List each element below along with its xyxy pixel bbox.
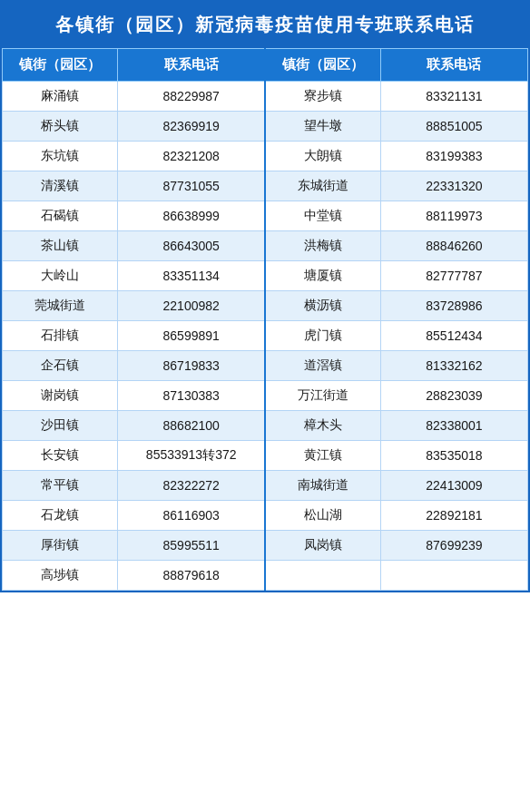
left-name: 大岭山	[3, 261, 118, 291]
left-name: 石排镇	[3, 321, 118, 351]
left-name: 厚街镇	[3, 531, 118, 561]
right-name: 松山湖	[265, 501, 380, 531]
left-phone: 22100982	[118, 291, 265, 321]
main-container: 各镇街（园区）新冠病毒疫苗使用专班联系电话 镇街（园区） 联系电话 镇街（园区）…	[0, 0, 530, 592]
right-phone: 82338001	[380, 411, 527, 441]
right-name: 虎门镇	[265, 321, 380, 351]
right-name: 横沥镇	[265, 291, 380, 321]
left-phone: 83351134	[118, 261, 265, 291]
left-name: 石龙镇	[3, 501, 118, 531]
left-name: 桥头镇	[3, 112, 118, 142]
left-phone: 86638999	[118, 201, 265, 231]
table-row: 东坑镇82321208大朗镇83199383	[3, 142, 528, 171]
left-phone: 86719833	[118, 351, 265, 381]
right-phone: 22331320	[380, 171, 527, 201]
right-phone: 87699239	[380, 531, 527, 561]
left-name: 沙田镇	[3, 411, 118, 441]
right-name: 中堂镇	[265, 201, 380, 231]
right-name: 樟木头	[265, 411, 380, 441]
right-phone: 22892181	[380, 501, 527, 531]
header-col4: 联系电话	[380, 49, 527, 82]
left-phone: 86116903	[118, 501, 265, 531]
table-row: 石碣镇86638999中堂镇88119973	[3, 201, 528, 231]
left-name: 茶山镇	[3, 231, 118, 261]
left-phone: 82321208	[118, 142, 265, 171]
table-row: 石龙镇86116903松山湖22892181	[3, 501, 528, 531]
right-name: 东城街道	[265, 171, 380, 201]
header-col3: 镇街（园区）	[265, 49, 380, 82]
right-phone: 83199383	[380, 142, 527, 171]
right-phone: 28823039	[380, 381, 527, 411]
right-name: 洪梅镇	[265, 231, 380, 261]
left-phone: 85533913转372	[118, 441, 265, 471]
left-name: 麻涌镇	[3, 82, 118, 112]
right-phone: 82777787	[380, 261, 527, 291]
contacts-table: 镇街（园区） 联系电话 镇街（园区） 联系电话 麻涌镇88229987寮步镇83…	[2, 48, 528, 591]
table-row: 高埗镇88879618	[3, 561, 528, 591]
left-name: 东坑镇	[3, 142, 118, 171]
right-name: 大朗镇	[265, 142, 380, 171]
right-name: 黄江镇	[265, 441, 380, 471]
right-phone: 88119973	[380, 201, 527, 231]
left-phone: 86643005	[118, 231, 265, 261]
table-row: 石排镇86599891虎门镇85512434	[3, 321, 528, 351]
left-phone: 87130383	[118, 381, 265, 411]
table-header-row: 镇街（园区） 联系电话 镇街（园区） 联系电话	[3, 49, 528, 82]
left-name: 谢岗镇	[3, 381, 118, 411]
right-name: 南城街道	[265, 471, 380, 501]
table-body: 麻涌镇88229987寮步镇83321131桥头镇82369919望牛墩8885…	[3, 82, 528, 591]
table-row: 桥头镇82369919望牛墩88851005	[3, 112, 528, 142]
right-name: 凤岗镇	[265, 531, 380, 561]
right-phone: 85512434	[380, 321, 527, 351]
left-phone: 88682100	[118, 411, 265, 441]
table-row: 清溪镇87731055东城街道22331320	[3, 171, 528, 201]
left-phone: 85995511	[118, 531, 265, 561]
header-col1: 镇街（园区）	[3, 49, 118, 82]
right-phone: 83728986	[380, 291, 527, 321]
right-phone: 88846260	[380, 231, 527, 261]
table-row: 茶山镇86643005洪梅镇88846260	[3, 231, 528, 261]
page-title: 各镇街（园区）新冠病毒疫苗使用专班联系电话	[2, 2, 528, 48]
right-name: 道滘镇	[265, 351, 380, 381]
right-name: 塘厦镇	[265, 261, 380, 291]
right-phone: 22413009	[380, 471, 527, 501]
left-name: 莞城街道	[3, 291, 118, 321]
table-row: 长安镇85533913转372黄江镇83535018	[3, 441, 528, 471]
left-name: 高埗镇	[3, 561, 118, 591]
table-row: 麻涌镇88229987寮步镇83321131	[3, 82, 528, 112]
left-name: 长安镇	[3, 441, 118, 471]
left-phone: 87731055	[118, 171, 265, 201]
left-phone: 88229987	[118, 82, 265, 112]
right-phone: 81332162	[380, 351, 527, 381]
left-name: 常平镇	[3, 471, 118, 501]
table-row: 沙田镇88682100樟木头82338001	[3, 411, 528, 441]
left-name: 石碣镇	[3, 201, 118, 231]
left-phone: 82369919	[118, 112, 265, 142]
table-row: 厚街镇85995511凤岗镇87699239	[3, 531, 528, 561]
right-name: 寮步镇	[265, 82, 380, 112]
right-phone	[380, 561, 527, 591]
right-phone: 83535018	[380, 441, 527, 471]
left-phone: 82322272	[118, 471, 265, 501]
table-row: 莞城街道22100982横沥镇83728986	[3, 291, 528, 321]
right-name: 万江街道	[265, 381, 380, 411]
left-phone: 86599891	[118, 321, 265, 351]
right-name	[265, 561, 380, 591]
table-row: 常平镇82322272南城街道22413009	[3, 471, 528, 501]
left-name: 企石镇	[3, 351, 118, 381]
table-row: 企石镇86719833道滘镇81332162	[3, 351, 528, 381]
right-phone: 83321131	[380, 82, 527, 112]
table-row: 大岭山83351134塘厦镇82777787	[3, 261, 528, 291]
right-name: 望牛墩	[265, 112, 380, 142]
right-phone: 88851005	[380, 112, 527, 142]
header-col2: 联系电话	[118, 49, 265, 82]
left-phone: 88879618	[118, 561, 265, 591]
left-name: 清溪镇	[3, 171, 118, 201]
table-row: 谢岗镇87130383万江街道28823039	[3, 381, 528, 411]
